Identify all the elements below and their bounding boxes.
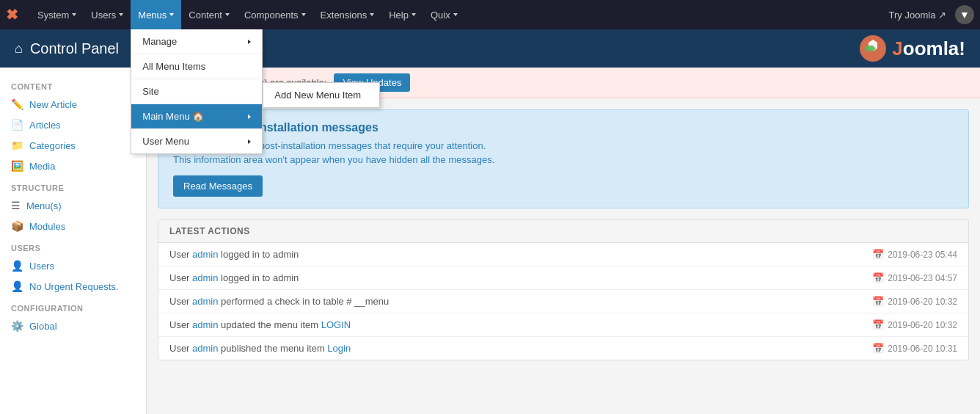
pencil-icon: ✏️ [11, 98, 23, 110]
arrow-right-icon [248, 40, 251, 44]
joomla-logo-graphic [858, 34, 888, 63]
chevron-down-icon [453, 13, 458, 16]
action-time: 📅 2019-06-23 05:44 [872, 249, 957, 260]
admin-link[interactable]: admin [192, 343, 218, 354]
arrow-right-icon [248, 115, 251, 119]
sidebar-item-media[interactable]: 🖼️ Media [0, 156, 146, 176]
table-row: User admin published the menu item Login… [158, 337, 968, 360]
sidebar-section-title-configuration: CONFIGURATION [0, 297, 146, 316]
dropdown-item-site[interactable]: Site [131, 79, 262, 104]
sidebar-section-title-structure: STRUCTURE [0, 176, 146, 195]
nav-item-components[interactable]: Components [237, 0, 313, 29]
nav-menu: System Users Menus Manage All Menu Items… [30, 0, 465, 29]
nav-item-content[interactable]: Content [181, 0, 237, 29]
joomla-brand-icon: ✖ [6, 6, 18, 23]
user-menu-icon[interactable]: ▼ [955, 5, 974, 24]
sidebar-item-menus[interactable]: ☰ Menu(s) [0, 195, 146, 216]
sidebar-item-categories[interactable]: 📁 Categories [0, 135, 146, 156]
brand: ✖ [6, 6, 21, 23]
chevron-down-icon [72, 13, 76, 16]
modules-icon: 📦 [11, 220, 23, 232]
sidebar-section-content: CONTENT ✏️ New Article 📄 Articles 📁 Cate… [0, 75, 146, 176]
action-link[interactable]: Login [327, 343, 351, 354]
action-text: User admin logged in to admin [169, 272, 872, 283]
submenu-item-add-new-menu-item[interactable]: Add New Menu Item [263, 83, 379, 107]
action-text: User admin updated the menu item LOGIN [169, 319, 872, 330]
arrow-right-icon [248, 139, 251, 144]
sidebar-section-users: USERS 👤 Users 👤 No Urgent Requests. [0, 236, 146, 297]
chevron-down-icon [412, 13, 416, 16]
menu-icon: ☰ [11, 200, 21, 211]
table-row: User admin logged in to admin 📅 2019-06-… [158, 243, 968, 266]
action-text: User admin performed a check in to table… [169, 296, 872, 307]
users-icon: 👤 [11, 260, 23, 272]
home-icon: ⌂ [15, 41, 23, 57]
sidebar-section-title-content: CONTENT [0, 75, 146, 94]
calendar-icon: 📅 [872, 272, 884, 283]
menus-dropdown: Manage All Menu Items Site Main Menu 🏠 U… [131, 29, 263, 154]
folder-icon: 📁 [11, 139, 23, 151]
media-icon: 🖼️ [11, 160, 23, 172]
nav-item-users[interactable]: Users [84, 0, 131, 29]
dropdown-item-all-menu-items[interactable]: All Menu Items [131, 54, 262, 79]
calendar-icon: 📅 [872, 249, 884, 260]
navbar-right: Try Joomla ↗ ▼ [889, 5, 974, 24]
sidebar: CONTENT ✏️ New Article 📄 Articles 📁 Cate… [0, 68, 147, 414]
main-menu-submenu: Add New Menu Item [263, 82, 380, 108]
sidebar-item-new-article[interactable]: ✏️ New Article [0, 94, 146, 115]
gear-icon: ⚙️ [11, 320, 23, 332]
post-install-title: You have post-installation messages [173, 121, 954, 134]
chevron-down-icon [119, 13, 123, 16]
content-area: 1 Extension Update(s) are available: Vie… [147, 68, 980, 414]
action-text: User admin published the menu item Login [169, 343, 872, 354]
sidebar-section-title-users: USERS [0, 236, 146, 255]
chevron-down-icon [370, 13, 374, 16]
admin-link[interactable]: admin [192, 249, 218, 260]
nav-item-help[interactable]: Help [381, 0, 423, 29]
chevron-down-icon [169, 13, 174, 16]
action-time: 📅 2019-06-20 10:32 [872, 296, 957, 307]
urgent-icon: 👤 [11, 280, 23, 292]
sidebar-item-no-urgent-requests: 👤 No Urgent Requests. [0, 276, 146, 297]
joomla-logo: Joomla! [858, 34, 965, 63]
sidebar-section-configuration: CONFIGURATION ⚙️ Global [0, 297, 146, 336]
action-link[interactable]: LOGIN [321, 319, 351, 330]
calendar-icon: 📅 [872, 296, 884, 307]
try-joomla-link[interactable]: Try Joomla ↗ [889, 10, 946, 21]
post-install-line1: There are important post-installation me… [173, 140, 954, 151]
admin-link[interactable]: admin [192, 319, 218, 330]
page-title: Control Panel [30, 40, 119, 57]
sidebar-item-modules[interactable]: 📦 Modules [0, 216, 146, 236]
sidebar-item-global[interactable]: ⚙️ Global [0, 316, 146, 336]
calendar-icon: 📅 [872, 343, 884, 354]
post-install-section: You have post-installation messages Ther… [158, 109, 969, 208]
table-row: User admin performed a check in to table… [158, 290, 968, 313]
read-messages-button[interactable]: Read Messages [173, 175, 263, 197]
joomla-logo-text: Joomla! [892, 37, 965, 60]
dropdown-item-main-menu[interactable]: Main Menu 🏠 [131, 104, 262, 129]
admin-link[interactable]: admin [192, 272, 218, 283]
dropdown-item-user-menu[interactable]: User Menu [131, 129, 262, 153]
post-install-line2: This information area won't appear when … [173, 154, 954, 165]
action-time: 📅 2019-06-20 10:31 [872, 343, 957, 354]
table-row: User admin logged in to admin 📅 2019-06-… [158, 266, 968, 290]
articles-icon: 📄 [11, 119, 23, 131]
sidebar-item-users[interactable]: 👤 Users [0, 255, 146, 276]
table-row: User admin updated the menu item LOGIN 📅… [158, 313, 968, 337]
nav-item-menus[interactable]: Menus Manage All Menu Items Site Main Me… [131, 0, 181, 29]
chevron-down-icon [225, 13, 230, 16]
sidebar-section-structure: STRUCTURE ☰ Menu(s) 📦 Modules [0, 176, 146, 236]
dropdown-item-manage[interactable]: Manage [131, 29, 262, 54]
sidebar-item-articles[interactable]: 📄 Articles [0, 115, 146, 135]
chevron-down-icon [301, 13, 306, 16]
latest-actions-section: LATEST ACTIONS User admin logged in to a… [158, 219, 969, 360]
action-time: 📅 2019-06-20 10:32 [872, 319, 957, 330]
top-navbar: ✖ System Users Menus Manage All Menu Ite… [0, 0, 980, 29]
nav-item-extensions[interactable]: Extensions [313, 0, 382, 29]
nav-item-system[interactable]: System [30, 0, 84, 29]
admin-link[interactable]: admin [192, 296, 218, 307]
action-text: User admin logged in to admin [169, 249, 872, 260]
nav-item-quix[interactable]: Quix [423, 0, 465, 29]
action-time: 📅 2019-06-23 04:57 [872, 272, 957, 283]
calendar-icon: 📅 [872, 319, 884, 330]
